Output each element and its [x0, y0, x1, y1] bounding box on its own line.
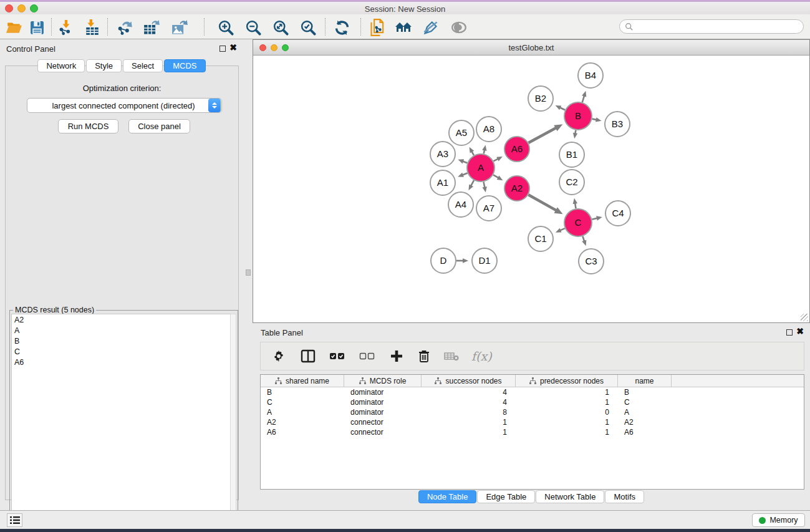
cell-predecessor-nodes[interactable]: 0 — [516, 407, 618, 417]
cell-successor-nodes[interactable]: 4 — [422, 397, 516, 407]
cell-shared-name[interactable]: B — [261, 387, 344, 397]
zoom-in-button[interactable] — [217, 19, 234, 36]
cell-predecessor-nodes[interactable]: 1 — [516, 387, 618, 397]
cell-MCDS-role[interactable]: dominator — [344, 407, 422, 417]
cell-successor-nodes[interactable]: 1 — [422, 417, 516, 427]
show-graphics-details-button[interactable] — [450, 19, 468, 36]
criterion-select[interactable]: largest connected component (directed) — [27, 98, 222, 113]
table-row[interactable]: Bdominator41B — [261, 387, 804, 397]
cell-shared-name[interactable]: C — [261, 397, 344, 407]
cell-MCDS-role[interactable]: dominator — [344, 387, 422, 397]
cell-MCDS-role[interactable]: dominator — [344, 397, 422, 407]
main-titlebar[interactable]: Session: New Session — [0, 2, 810, 14]
cell-name[interactable]: C — [618, 397, 672, 407]
cell-shared-name[interactable]: A2 — [261, 417, 344, 427]
application-window: Session: New Session — [0, 0, 810, 532]
toggle-column-view-button[interactable] — [301, 347, 316, 365]
refresh-view-button[interactable] — [333, 19, 350, 36]
close-panel-button[interactable]: Close panel — [128, 119, 190, 133]
cell-name[interactable]: B — [618, 387, 672, 397]
zoom-out-button[interactable] — [244, 19, 262, 36]
table-row[interactable]: Cdominator41C — [261, 397, 804, 407]
close-table-panel-icon[interactable]: ✖ — [796, 326, 804, 336]
tab-mcds[interactable]: MCDS — [164, 59, 205, 72]
edge-A2-C[interactable] — [528, 195, 557, 211]
import-network-button[interactable] — [57, 19, 75, 36]
function-builder-button[interactable]: f(x) — [471, 347, 492, 365]
edge-arrow-icon — [482, 186, 486, 193]
network-window-titlebar[interactable]: testGlobe.txt — [253, 40, 809, 56]
export-network-icon — [117, 19, 133, 36]
add-row-button[interactable] — [390, 347, 403, 365]
column-header-name[interactable]: name — [618, 375, 672, 387]
export-image-button[interactable] — [171, 19, 188, 36]
table-row[interactable]: Adominator80A — [261, 407, 804, 417]
cell-successor-nodes[interactable]: 1 — [422, 427, 516, 437]
network-canvas[interactable]: AA1A2A3A4A5A6A7A8BB1B2B3B4CC1C2C3C4DD1 — [253, 56, 809, 320]
desktop-edge-bottom — [0, 529, 810, 532]
mcds-result-item[interactable]: A2 — [12, 314, 231, 325]
cell-shared-name[interactable]: A6 — [261, 427, 344, 437]
import-table-button[interactable] — [84, 19, 101, 36]
tab-network[interactable]: Network — [37, 59, 85, 72]
memory-label: Memory — [769, 516, 798, 525]
cell-predecessor-nodes[interactable]: 1 — [516, 397, 618, 407]
export-network-button[interactable] — [116, 19, 133, 36]
column-header-predecessor-nodes[interactable]: predecessor nodes — [516, 375, 618, 387]
cell-successor-nodes[interactable]: 8 — [422, 407, 516, 417]
resize-grip-icon[interactable] — [801, 314, 808, 321]
memory-button[interactable]: Memory — [752, 513, 805, 527]
tab-motifs[interactable]: Motifs — [605, 490, 644, 503]
column-header-successor-nodes[interactable]: successor nodes — [422, 375, 516, 387]
cell-name[interactable]: A2 — [618, 417, 672, 427]
tab-edge-table[interactable]: Edge Table — [477, 490, 535, 503]
cell-MCDS-role[interactable]: connector — [344, 417, 422, 427]
mcds-result-item[interactable]: B — [12, 336, 231, 346]
column-settings-gear-button[interactable] — [272, 347, 286, 365]
select-all-checkboxes-button[interactable] — [329, 347, 345, 365]
column-header-MCDS-role[interactable]: MCDS role — [344, 375, 422, 387]
search-input[interactable] — [619, 19, 804, 34]
node-label-A6: A6 — [511, 143, 523, 154]
mcds-result-item[interactable]: C — [12, 346, 231, 357]
table-panel-tabs: Node TableEdge TableNetwork TableMotifs — [253, 490, 810, 503]
tab-network-table[interactable]: Network Table — [536, 490, 604, 503]
open-session-button[interactable] — [6, 19, 23, 36]
show-panels-list-button[interactable] — [7, 513, 22, 527]
float-table-panel-icon[interactable] — [786, 329, 793, 336]
cell-successor-nodes[interactable]: 4 — [422, 387, 516, 397]
home-layout-button[interactable] — [395, 19, 412, 36]
vertical-split-handle[interactable] — [246, 269, 251, 276]
tab-select[interactable]: Select — [123, 59, 163, 72]
tab-style[interactable]: Style — [86, 59, 122, 72]
close-panel-icon[interactable]: ✖ — [229, 42, 237, 52]
delete-table-button[interactable] — [444, 347, 459, 365]
deselect-all-checkboxes-button[interactable] — [359, 347, 375, 365]
table-row[interactable]: A2connector11A2 — [261, 417, 804, 427]
network-graph[interactable]: AA1A2A3A4A5A6A7A8BB1B2B3B4CC1C2C3C4DD1 — [253, 56, 809, 320]
cell-MCDS-role[interactable]: connector — [344, 427, 422, 437]
float-panel-icon[interactable] — [219, 46, 226, 52]
save-session-button[interactable] — [28, 19, 46, 36]
hide-graphics-details-button[interactable] — [422, 19, 439, 36]
run-mcds-button[interactable]: Run MCDS — [58, 119, 118, 133]
zoom-selected-button[interactable] — [299, 19, 317, 36]
duplicate-network-button[interactable] — [369, 19, 387, 36]
export-table-button[interactable] — [143, 19, 160, 36]
edge-A6-B[interactable] — [528, 128, 556, 143]
tab-node-table[interactable]: Node Table — [418, 490, 477, 503]
cell-name[interactable]: A6 — [618, 427, 672, 437]
mcds-result-list[interactable]: A2ABCA6 — [11, 314, 231, 523]
cell-predecessor-nodes[interactable]: 1 — [516, 417, 618, 427]
mcds-result-item[interactable]: A — [12, 325, 231, 336]
column-header-shared-name[interactable]: shared name — [261, 375, 344, 387]
table-row[interactable]: A6connector11A6 — [261, 427, 804, 437]
delete-row-button[interactable] — [418, 347, 430, 365]
mcds-result-item[interactable]: A6 — [12, 357, 231, 367]
zoom-fit-button[interactable] — [272, 19, 289, 36]
cell-shared-name[interactable]: A — [261, 407, 344, 417]
node-table[interactable]: shared nameMCDS rolesuccessor nodesprede… — [260, 374, 804, 490]
result-scrollbar[interactable] — [230, 314, 236, 523]
cell-name[interactable]: A — [618, 407, 672, 417]
cell-predecessor-nodes[interactable]: 1 — [516, 427, 618, 437]
